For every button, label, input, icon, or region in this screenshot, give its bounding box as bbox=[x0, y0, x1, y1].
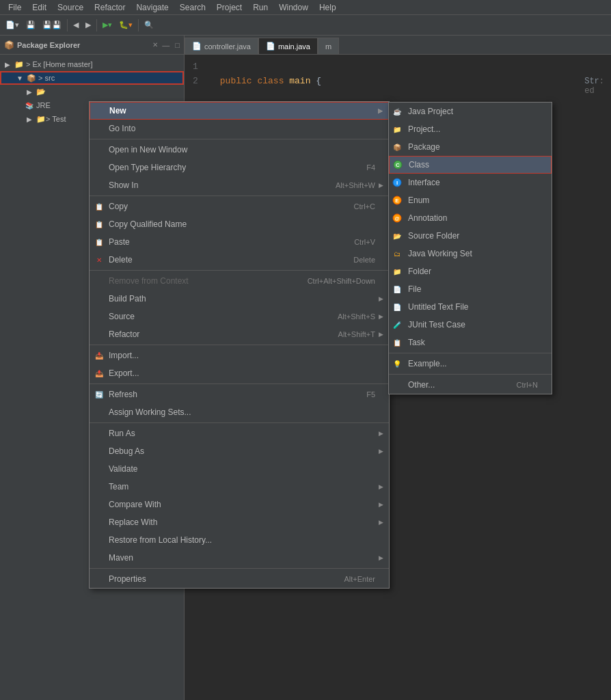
context-refactor[interactable]: Refactor Alt+Shift+T bbox=[90, 325, 389, 343]
context-import[interactable]: 📥 Import... bbox=[90, 347, 389, 364]
submenu-example[interactable]: 💡 Example... bbox=[389, 355, 552, 373]
toolbar-forward-btn[interactable]: ▶ bbox=[83, 19, 94, 31]
ctx-sep-7 bbox=[90, 568, 389, 569]
toolbar-debug-btn[interactable]: 🐛▾ bbox=[116, 19, 135, 31]
context-assign-working-sets[interactable]: Assign Working Sets... bbox=[90, 403, 389, 421]
tree-jre-icon: 📚 bbox=[25, 100, 34, 110]
ctx-sep-6 bbox=[90, 422, 389, 423]
toolbar-back-btn[interactable]: ◀ bbox=[70, 19, 81, 31]
tree-jre-label: JRE bbox=[36, 101, 51, 109]
toolbar-run-btn[interactable]: ▶▾ bbox=[100, 19, 115, 31]
toolbar: 📄▾ 💾 💾💾 ◀ ▶ ▶▾ 🐛▾ 🔍 bbox=[0, 15, 611, 36]
tree-test-arrow: ▶ bbox=[25, 114, 34, 124]
menu-run[interactable]: Run bbox=[247, 1, 273, 14]
annotation-icon: @ bbox=[392, 213, 403, 224]
context-build-path[interactable]: Build Path bbox=[90, 290, 389, 308]
context-go-into[interactable]: Go Into bbox=[90, 120, 389, 137]
submenu-untitled-label: Untitled Text File bbox=[408, 302, 468, 312]
context-properties[interactable]: Properties Alt+Enter bbox=[90, 570, 389, 588]
context-delete[interactable]: ✕ Delete Delete bbox=[90, 251, 389, 269]
context-export[interactable]: 📤 Export... bbox=[90, 364, 389, 382]
toolbar-save-all-btn[interactable]: 💾💾 bbox=[40, 19, 64, 31]
panel-minimize-icon[interactable]: — bbox=[162, 41, 169, 49]
code-snippet: Str: ed bbox=[584, 77, 604, 96]
ctx-sep-5 bbox=[90, 383, 389, 384]
tree-default-arrow: ▶ bbox=[25, 87, 34, 96]
export-icon: 📤 bbox=[94, 368, 105, 379]
toolbar-new-btn[interactable]: 📄▾ bbox=[3, 19, 22, 31]
source-label: Source bbox=[109, 312, 135, 321]
context-restore-history[interactable]: Restore from Local History... bbox=[90, 531, 389, 549]
context-refresh[interactable]: 🔄 Refresh F5 bbox=[90, 386, 389, 403]
menu-navigate[interactable]: Navigate bbox=[131, 1, 174, 14]
submenu-other[interactable]: Other... Ctrl+N bbox=[389, 376, 552, 394]
context-menu-new[interactable]: New ▶ ☕ Java Project 📁 Project... 📦 Pack… bbox=[90, 102, 389, 120]
panel-close-icon[interactable]: ✕ bbox=[152, 41, 158, 49]
submenu-folder-label: Folder bbox=[408, 267, 431, 276]
show-in-label: Show In bbox=[109, 180, 138, 190]
menu-file[interactable]: File bbox=[3, 1, 27, 14]
submenu-junit[interactable]: 🧪 JUnit Test Case bbox=[389, 316, 552, 334]
context-copy[interactable]: 📋 Copy Ctrl+C bbox=[90, 198, 389, 215]
context-validate[interactable]: Validate bbox=[90, 460, 389, 478]
submenu-untitled-text[interactable]: 📄 Untitled Text File bbox=[389, 298, 552, 316]
context-compare-with[interactable]: Compare With bbox=[90, 496, 389, 513]
submenu-java-working-set[interactable]: 🗂 Java Working Set bbox=[389, 245, 552, 262]
tab-label: controller.java bbox=[204, 42, 251, 51]
submenu-sep-2 bbox=[389, 374, 552, 375]
submenu-enum[interactable]: E Enum bbox=[389, 191, 552, 209]
submenu-annotation[interactable]: @ Annotation bbox=[389, 209, 552, 227]
context-paste[interactable]: 📋 Paste Ctrl+V bbox=[90, 233, 389, 251]
submenu-annotation-label: Annotation bbox=[408, 213, 447, 223]
menu-edit[interactable]: Edit bbox=[27, 1, 52, 14]
tab-controller-java[interactable]: 📄 controller.java bbox=[185, 38, 258, 54]
menu-help[interactable]: Help bbox=[314, 1, 342, 14]
java-project-icon: ☕ bbox=[392, 106, 403, 117]
tab-m[interactable]: m bbox=[318, 38, 339, 54]
menu-source[interactable]: Source bbox=[52, 1, 89, 14]
context-remove-from-context[interactable]: Remove from Context Ctrl+Alt+Shift+Down bbox=[90, 272, 389, 290]
context-source[interactable]: Source Alt+Shift+S bbox=[90, 308, 389, 325]
panel-icons: — □ bbox=[158, 41, 180, 49]
context-open-type-hierarchy[interactable]: Open Type Hierarchy F4 bbox=[90, 159, 389, 176]
context-show-in[interactable]: Show In Alt+Shift+W bbox=[90, 176, 389, 194]
go-into-label: Go Into bbox=[109, 124, 135, 133]
context-copy-qualified[interactable]: 📋 Copy Qualified Name bbox=[90, 215, 389, 233]
menu-refactor[interactable]: Refactor bbox=[89, 1, 131, 14]
toolbar-sep-1 bbox=[67, 19, 68, 31]
submenu-source-folder[interactable]: 📂 Source Folder bbox=[389, 227, 552, 245]
context-run-as[interactable]: Run As bbox=[90, 425, 389, 442]
submenu-new: ☕ Java Project 📁 Project... 📦 Package C … bbox=[388, 102, 552, 394]
new-submenu-arrow: ▶ bbox=[378, 107, 383, 114]
tree-item-default[interactable]: ▶ 📂 bbox=[0, 85, 184, 98]
submenu-package[interactable]: 📦 Package bbox=[389, 138, 552, 156]
tree-test-label: > Test bbox=[46, 115, 66, 123]
editor-tabs: 📄 controller.java 📄 main.java m bbox=[185, 36, 611, 55]
submenu-task[interactable]: 📋 Task bbox=[389, 334, 552, 351]
toolbar-search-btn[interactable]: 🔍 bbox=[141, 19, 157, 31]
tree-item-ex[interactable]: ▶ 📁 > Ex [Home master] bbox=[0, 57, 184, 71]
context-team[interactable]: Team bbox=[90, 478, 389, 496]
submenu-class[interactable]: C Class bbox=[389, 156, 552, 174]
remove-context-label: Remove from Context bbox=[109, 276, 189, 286]
submenu-java-project[interactable]: ☕ Java Project bbox=[389, 103, 552, 120]
tab-main-java[interactable]: 📄 main.java bbox=[258, 38, 318, 54]
submenu-interface[interactable]: I Interface bbox=[389, 174, 552, 191]
menu-project[interactable]: Project bbox=[211, 1, 247, 14]
context-open-new-window[interactable]: Open in New Window bbox=[90, 141, 389, 159]
context-debug-as[interactable]: Debug As bbox=[90, 442, 389, 460]
delete-label: Delete bbox=[109, 255, 133, 265]
refactor-shortcut: Alt+Shift+T bbox=[338, 330, 375, 338]
tree-item-src[interactable]: ▼ 📦 > src bbox=[0, 71, 184, 85]
submenu-folder[interactable]: 📁 Folder bbox=[389, 262, 552, 280]
panel-maximize-icon[interactable]: □ bbox=[175, 41, 180, 49]
context-maven[interactable]: Maven bbox=[90, 549, 389, 567]
toolbar-save-btn[interactable]: 💾 bbox=[23, 19, 38, 31]
refresh-shortcut: F5 bbox=[366, 390, 375, 399]
menu-window[interactable]: Window bbox=[273, 1, 314, 14]
menu-search[interactable]: Search bbox=[174, 1, 211, 14]
submenu-project[interactable]: 📁 Project... bbox=[389, 120, 552, 138]
tree-default-icon: 📂 bbox=[36, 88, 46, 96]
context-replace-with[interactable]: Replace With bbox=[90, 513, 389, 531]
submenu-file[interactable]: 📄 File bbox=[389, 280, 552, 298]
